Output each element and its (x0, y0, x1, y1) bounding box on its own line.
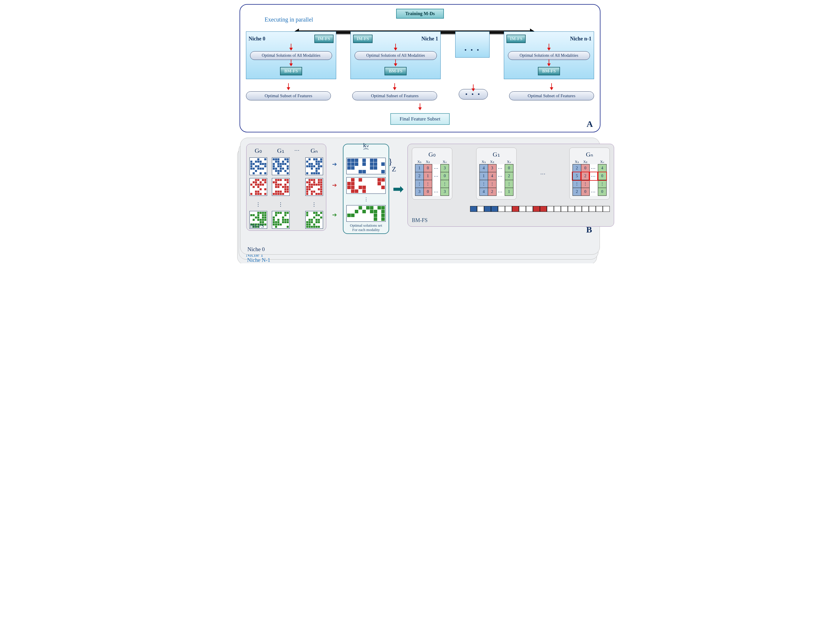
optimal-solutions-box: ⏞kᵥ }Z ⋮ Optimal solutions setFor each m… (343, 144, 389, 234)
imfs-section: IM-FS G₀ ⋯ G₁ ⋯ (246, 144, 326, 231)
niche-n-1: Niche n-1 IM-FS Optimal Solutions of All… (504, 32, 594, 79)
bmfs-table: X₁X₂Xᵥ 43⋯0 14⋯2 ⋮⋮⋮ 42⋯1 (479, 159, 513, 196)
g-header: Gₙ (573, 151, 606, 158)
kv-label: ⏞kᵥ (363, 147, 368, 156)
niche-label-0: Niche 0 (247, 246, 265, 252)
imfs-box: IM-FS (314, 35, 334, 43)
opt-matrix-green (346, 205, 386, 222)
training-box: Training M-Ds (396, 9, 444, 19)
big-arrow-icon: ➡ (393, 181, 404, 197)
panel-b-wrap: Niche N-1 Niche 1 B IM-FS G₀ ⋯ (240, 138, 600, 255)
panel-b: B IM-FS G₀ ⋯ G₁ (240, 138, 600, 255)
vdots-icon: ⋯ (278, 202, 284, 208)
niche-stack-labels: Niche 0 (247, 246, 265, 252)
arrow-down-icon (551, 83, 552, 88)
ellipsis-icon: ⋯ (540, 170, 545, 177)
vdots-icon: ⋮ (364, 197, 368, 202)
g0-column: G₀ ⋯ (249, 147, 267, 229)
niche-0: Niche 0 IM-FS Optimal Solutions of All M… (246, 32, 336, 79)
vdots-icon: ⋯ (255, 202, 262, 208)
pop-matrix-blue (249, 158, 267, 175)
arrow-down-icon (395, 44, 396, 48)
green-arrow-icon: ➔ (332, 211, 337, 218)
pop-matrix-green (272, 211, 290, 229)
g1-column: G₁ ⋯ (272, 147, 290, 229)
bmfs-table: X₁X₂Xᵥ 10⋯3 21⋯0 ⋮⋮⋮ 30⋯3 (415, 159, 449, 196)
table-g1: G₁ X₁X₂Xᵥ 43⋯0 14⋯2 ⋮⋮⋮ 42⋯1 (476, 148, 516, 200)
optimal-subset-pill: Optimal Subset of Features (246, 91, 331, 100)
niche-title: Niche n-1 (570, 36, 591, 42)
bmfs-table: X₁X₂Xᵥ 20⋯4 52⋯0 ⋮⋮⋮ 20⋯0 (573, 159, 606, 196)
pop-matrix-green (305, 211, 323, 229)
gn-column: Gₙ ⋯ (305, 147, 323, 229)
niche-title: Niche 0 (249, 36, 265, 42)
g-header: G₀ (255, 147, 262, 154)
arrow-down-icon (473, 84, 474, 89)
output-row: Optimal Subset of Features Optimal Subse… (246, 84, 594, 100)
panel-a: A Training M-Ds Executing in parallel Ni… (240, 4, 600, 132)
optimal-solutions-pill: Optimal Solutions of All Modalities (508, 51, 590, 60)
modality-arrows: ➔ ➔ ➔ (332, 161, 338, 218)
parallel-label: Executing in parallel (265, 16, 313, 23)
arrow-down-icon (395, 59, 396, 64)
opt-caption: Optimal solutions setFor each modality (350, 224, 382, 232)
table-gn: Gₙ X₁X₂Xᵥ 20⋯4 52⋯0 ⋮⋮⋮ 20⋯0 (569, 148, 610, 200)
encoded-chromosome-strip (470, 206, 610, 212)
imfs-box: IM-FS (353, 35, 373, 43)
blue-arrow-icon: ➔ (332, 161, 337, 168)
g-ellipsis: ⋯ (294, 147, 301, 153)
opt-matrix-red (346, 177, 386, 194)
ellipsis-icon: • • • (464, 46, 480, 54)
g-header: Gₙ (311, 147, 318, 154)
table-g0: G₀ X₁X₂Xᵥ 10⋯3 21⋯0 ⋮⋮⋮ 30⋯3 (412, 148, 452, 200)
optimal-subset-pill: Optimal Subset of Features (352, 91, 437, 100)
arrow-down-icon (291, 44, 291, 48)
optimal-subset-pill: Optimal Subset of Features (509, 91, 594, 100)
niche-title: Niche 1 (422, 36, 438, 42)
bmfs-box: BM-FS (280, 67, 302, 76)
g-header: G₁ (479, 151, 513, 158)
opt-matrix-blue (346, 158, 386, 174)
bmfs-label: BM-FS (412, 217, 428, 224)
g-header: G₁ (277, 147, 284, 154)
arrow-down-icon (420, 103, 420, 108)
red-arrow-icon: ➔ (332, 181, 337, 189)
niche-row: Niche 0 IM-FS Optimal Solutions of All M… (246, 32, 594, 79)
niche-1: IM-FS Niche 1 Optimal Solutions of All M… (351, 32, 441, 79)
panel-a-tag: A (586, 119, 593, 129)
z-label: }Z (392, 165, 396, 173)
optimal-solutions-pill: Optimal Solutions of All Modalities (355, 51, 437, 60)
imfs-box: IM-FS (507, 35, 526, 43)
pop-matrix-red (272, 178, 290, 196)
pop-matrix-blue (272, 158, 290, 175)
arrow-down-icon (549, 44, 549, 48)
arrow-down-icon (395, 83, 395, 88)
arrow-down-icon (549, 59, 549, 64)
pop-matrix-blue (305, 158, 323, 175)
bmfs-box: BM-FS (538, 67, 560, 76)
imfs-label: IM-FS (250, 223, 264, 229)
arrow-down-icon (288, 83, 289, 88)
vdots-icon: ⋯ (311, 202, 317, 208)
ellipsis-icon: ⋯ (294, 147, 301, 153)
bmfs-section: BM-FS G₀ X₁X₂Xᵥ 10⋯3 21⋯0 ⋮⋮⋮ 30⋯3 (407, 144, 614, 227)
final-feature-subset-box: Final Feature Subset (390, 113, 450, 125)
pop-matrix-red (305, 178, 323, 196)
optimal-solutions-pill: Optimal Solutions of All Modalities (250, 51, 332, 60)
bmfs-box: BM-FS (384, 67, 407, 76)
g-header: G₀ (415, 151, 449, 158)
pop-matrix-red (249, 178, 267, 196)
niche-ellipsis: • • • (455, 32, 489, 58)
arrow-down-icon (291, 59, 291, 64)
